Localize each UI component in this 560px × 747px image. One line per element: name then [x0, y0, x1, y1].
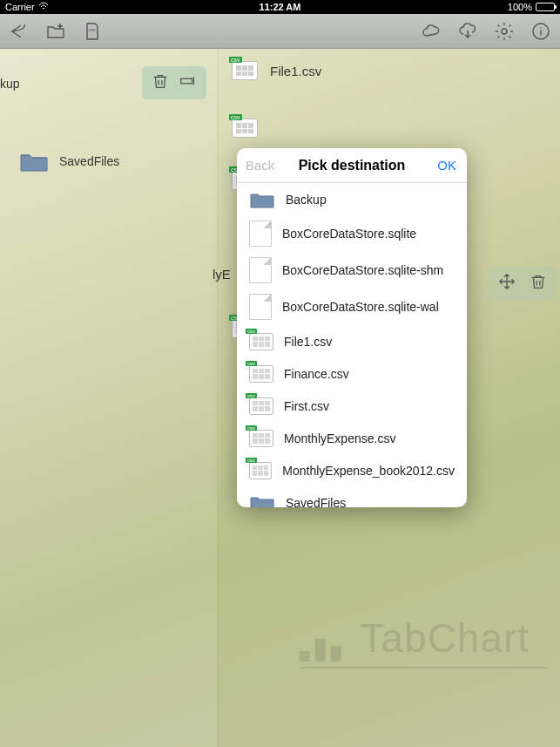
popover-item[interactable]: File1.csv — [237, 325, 467, 357]
file-label: File1.csv — [270, 64, 321, 78]
popover-ok-button[interactable]: OK — [437, 158, 456, 173]
popover-item-label: Finance.csv — [284, 367, 349, 381]
watermark: TabChart — [299, 615, 547, 669]
trash-icon[interactable] — [151, 71, 170, 94]
back-button[interactable] — [7, 19, 31, 44]
sidebar-truncated-label: kup — [0, 77, 20, 91]
rename-icon[interactable] — [179, 71, 198, 94]
svg-point-1 — [502, 29, 507, 34]
popover-item[interactable]: BoxCoreDataStore.sqlite — [237, 215, 467, 252]
folder-icon — [249, 190, 275, 209]
info-button[interactable] — [529, 19, 553, 44]
sidebar-item-savedfiles[interactable]: SavedFiles — [12, 145, 126, 178]
file-row[interactable]: File1.csv — [232, 61, 321, 80]
csv-icon — [249, 430, 273, 447]
popover-item-label: First.csv — [284, 399, 329, 413]
popover-item-label: MonthlyExpense.csv — [284, 431, 395, 445]
cloud-download-button[interactable] — [455, 19, 480, 44]
destination-popover: Back Pick destination OK BackupBoxCoreDa… — [237, 148, 467, 507]
watermark-text: TabChart — [360, 615, 530, 661]
popover-item[interactable]: Backup — [237, 183, 467, 215]
file-row[interactable] — [232, 119, 258, 138]
popover-list[interactable]: BackupBoxCoreDataStore.sqliteBoxCoreData… — [237, 183, 467, 507]
trash-icon[interactable] — [529, 272, 548, 295]
sidebar: kup SavedFiles — [0, 49, 218, 747]
popover-item-label: Backup — [286, 193, 327, 207]
toolbar: csv — [0, 14, 560, 49]
folder-icon — [249, 493, 275, 508]
wifi-icon — [38, 2, 49, 12]
popover-header: Back Pick destination OK — [237, 148, 467, 183]
watermark-bars-icon — [299, 627, 351, 662]
popover-item[interactable]: Finance.csv — [237, 357, 467, 390]
popover-item[interactable]: BoxCoreDataStore.sqlite-shm — [237, 252, 467, 289]
popover-item-label: BoxCoreDataStore.sqlite — [282, 227, 416, 241]
popover-item[interactable]: First.csv — [237, 390, 467, 422]
popover-title: Pick destination — [299, 158, 406, 173]
popover-item-label: SavedFiles — [286, 496, 346, 508]
popover-item[interactable]: BoxCoreDataStore.sqlite-wal — [237, 289, 467, 325]
csv-icon — [249, 333, 273, 350]
battery-percent: 100% — [508, 2, 532, 12]
csv-icon — [249, 397, 273, 415]
file-row-truncated[interactable]: lyE — [213, 267, 231, 282]
csv-file-button[interactable]: csv — [80, 19, 105, 44]
popover-item[interactable]: MonthlyExpense.csv — [237, 422, 467, 454]
sidebar-item-label: SavedFiles — [59, 154, 119, 168]
csv-icon — [249, 462, 272, 479]
row-actions-overlay — [489, 267, 557, 300]
popover-item[interactable]: MonthlyExpense_book2012.csv — [237, 454, 467, 486]
clock: 11:22 AM — [260, 2, 301, 12]
popover-item-label: File1.csv — [284, 335, 332, 349]
battery-icon — [536, 3, 555, 11]
folder-icon — [19, 150, 49, 173]
file-icon — [249, 257, 272, 283]
csv-icon — [249, 365, 273, 383]
new-folder-button[interactable] — [44, 19, 68, 44]
cloud-button[interactable] — [419, 19, 443, 44]
csv-icon — [232, 61, 258, 80]
content-area: kup SavedFiles File1.csv — [0, 49, 560, 747]
popover-item[interactable]: SavedFiles — [237, 486, 467, 507]
file-icon — [249, 221, 272, 247]
file-label-truncated: lyE — [213, 267, 231, 282]
csv-icon — [232, 119, 258, 138]
file-icon — [249, 294, 272, 320]
svg-text:csv: csv — [89, 27, 96, 32]
sidebar-row-actions — [142, 66, 206, 99]
popover-back-button[interactable]: Back — [246, 158, 274, 173]
move-icon[interactable] — [497, 272, 516, 295]
popover-item-label: BoxCoreDataStore.sqlite-wal — [282, 300, 439, 314]
status-bar: Carrier 11:22 AM 100% — [0, 0, 560, 14]
carrier-label: Carrier — [5, 2, 35, 12]
popover-item-label: BoxCoreDataStore.sqlite-shm — [282, 263, 443, 277]
popover-item-label: MonthlyExpense_book2012.csv — [282, 464, 455, 478]
svg-rect-3 — [181, 78, 192, 84]
settings-button[interactable] — [492, 19, 516, 44]
